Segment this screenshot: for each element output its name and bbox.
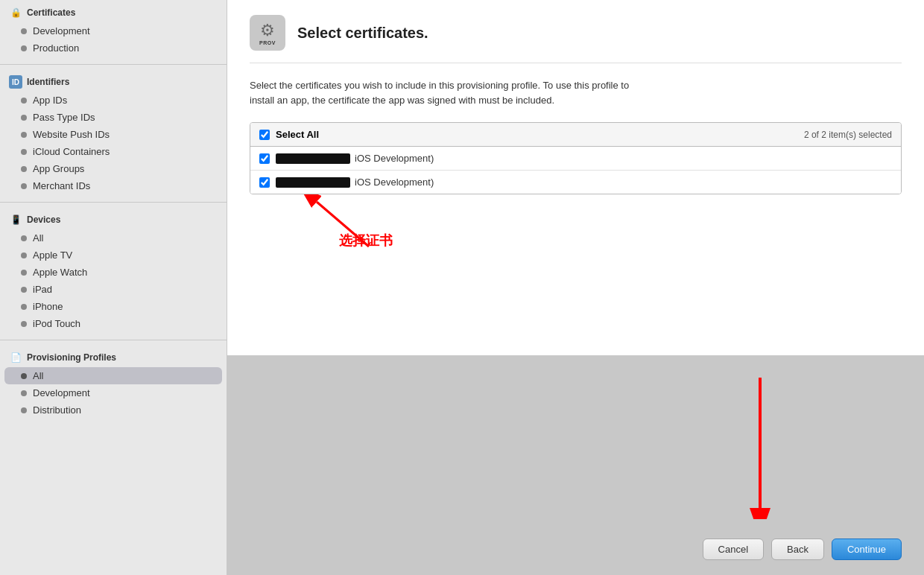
- cert-table: Select All 2 of 2 item(s) selected iOS D…: [250, 122, 902, 194]
- bullet-icon: [21, 252, 27, 258]
- sidebar-item-development-cert[interactable]: Development: [0, 22, 227, 39]
- sidebar-item-ipod-touch[interactable]: iPod Touch: [0, 315, 227, 332]
- bullet-icon: [21, 407, 27, 413]
- certificates-section: 🔒 Certificates Development Production: [0, 0, 227, 57]
- count-info: 2 of 2 item(s) selected: [804, 130, 892, 140]
- annotation-area: 选择证书: [250, 209, 902, 269]
- bullet-icon: [21, 235, 27, 241]
- certificates-header-label: Certificates: [27, 7, 75, 18]
- sidebar-item-icloud-containers[interactable]: iCloud Containers: [0, 143, 227, 160]
- bullet-icon: [21, 115, 27, 121]
- main-top: ⚙ PROV Select certificates. Select the c…: [227, 0, 924, 355]
- bullet-icon: [21, 321, 27, 327]
- sidebar-item-pass-type-ids[interactable]: Pass Type IDs: [0, 109, 227, 126]
- sidebar-item-all-devices[interactable]: All: [0, 229, 227, 247]
- bullet-icon: [21, 270, 27, 276]
- cert1-checkbox[interactable]: [259, 153, 270, 164]
- cert2-name: iOS Development): [276, 177, 434, 188]
- sidebar-item-apple-tv[interactable]: Apple TV: [0, 247, 227, 264]
- main-content: ⚙ PROV Select certificates. Select the c…: [227, 0, 924, 575]
- bullet-icon: [21, 45, 27, 51]
- continue-button[interactable]: Continue: [832, 539, 902, 560]
- annotation-text: 选择证书: [339, 232, 393, 250]
- provisioning-section: 📄 Provisioning Profiles All Development …: [0, 345, 227, 419]
- bullet-icon: [21, 166, 27, 172]
- sidebar-item-merchant-ids[interactable]: Merchant IDs: [0, 177, 227, 194]
- cert2-type: iOS Development): [355, 177, 434, 188]
- provisioning-group-header: 📄 Provisioning Profiles: [0, 345, 227, 367]
- bullet-icon: [21, 183, 27, 189]
- certificates-icon: 🔒: [9, 6, 22, 19]
- cert2-checkbox[interactable]: [259, 177, 270, 188]
- down-arrow-svg: [715, 370, 790, 519]
- divider-1: [0, 64, 227, 65]
- certificates-group-header: 🔒 Certificates: [0, 0, 227, 22]
- cancel-button[interactable]: Cancel: [703, 539, 764, 560]
- provisioning-icon: 📄: [9, 351, 22, 364]
- sidebar-item-development-provisioning[interactable]: Development: [0, 384, 227, 401]
- identifiers-group-header: ID Identifiers: [0, 69, 227, 92]
- bullet-icon: [21, 304, 27, 310]
- identifiers-section: ID Identifiers App IDs Pass Type IDs Web…: [0, 69, 227, 194]
- page-title: Select certificates.: [297, 25, 428, 42]
- bullet-icon: [21, 132, 27, 138]
- button-group: Cancel Back Continue: [703, 539, 902, 560]
- identifiers-icon: ID: [9, 75, 22, 89]
- sidebar-item-iphone[interactable]: iPhone: [0, 298, 227, 315]
- cert1-type: iOS Development): [355, 153, 434, 164]
- description: Select the certificates you wish to incl…: [250, 78, 902, 107]
- cert1-name: iOS Development): [276, 153, 434, 164]
- sidebar-item-app-groups[interactable]: App Groups: [0, 160, 227, 177]
- sidebar: 🔒 Certificates Development Production ID…: [0, 0, 227, 575]
- bullet-icon: [21, 287, 27, 293]
- cert1-redacted: [276, 153, 350, 164]
- cert-row-2: iOS Development): [250, 171, 901, 194]
- devices-group-header: 📱 Devices: [0, 207, 227, 229]
- select-all-checkbox[interactable]: [259, 130, 270, 140]
- divider-2: [0, 202, 227, 203]
- bullet-icon: [21, 373, 27, 379]
- back-button[interactable]: Back: [771, 539, 824, 560]
- sidebar-item-apple-watch[interactable]: Apple Watch: [0, 264, 227, 281]
- cert2-redacted: [276, 177, 350, 188]
- devices-icon: 📱: [9, 213, 22, 226]
- devices-section: 📱 Devices All Apple TV Apple Watch iPad …: [0, 207, 227, 332]
- prov-icon: ⚙ PROV: [250, 15, 285, 51]
- main-bottom: Cancel Back Continue: [227, 355, 924, 575]
- gear-icon: ⚙: [260, 21, 275, 40]
- select-all-label: Select All: [276, 129, 319, 140]
- devices-header-label: Devices: [27, 215, 60, 225]
- arrow-down-annotation: [715, 370, 790, 521]
- cert-row-1: iOS Development): [250, 147, 901, 171]
- sidebar-item-ipad[interactable]: iPad: [0, 281, 227, 298]
- divider-3: [0, 340, 227, 340]
- sidebar-item-all-provisioning[interactable]: All: [4, 367, 222, 384]
- sidebar-item-distribution-provisioning[interactable]: Distribution: [0, 401, 227, 419]
- sidebar-item-production-cert[interactable]: Production: [0, 39, 227, 57]
- sidebar-item-app-ids[interactable]: App IDs: [0, 92, 227, 109]
- identifiers-header-label: Identifiers: [27, 77, 69, 87]
- bullet-icon: [21, 28, 27, 34]
- sidebar-item-website-push-ids[interactable]: Website Push IDs: [0, 126, 227, 143]
- page-header: ⚙ PROV Select certificates.: [250, 15, 902, 63]
- bullet-icon: [21, 98, 27, 104]
- cert-table-header: Select All 2 of 2 item(s) selected: [250, 123, 901, 147]
- bullet-icon: [21, 390, 27, 396]
- bullet-icon: [21, 149, 27, 155]
- provisioning-header-label: Provisioning Profiles: [27, 352, 116, 363]
